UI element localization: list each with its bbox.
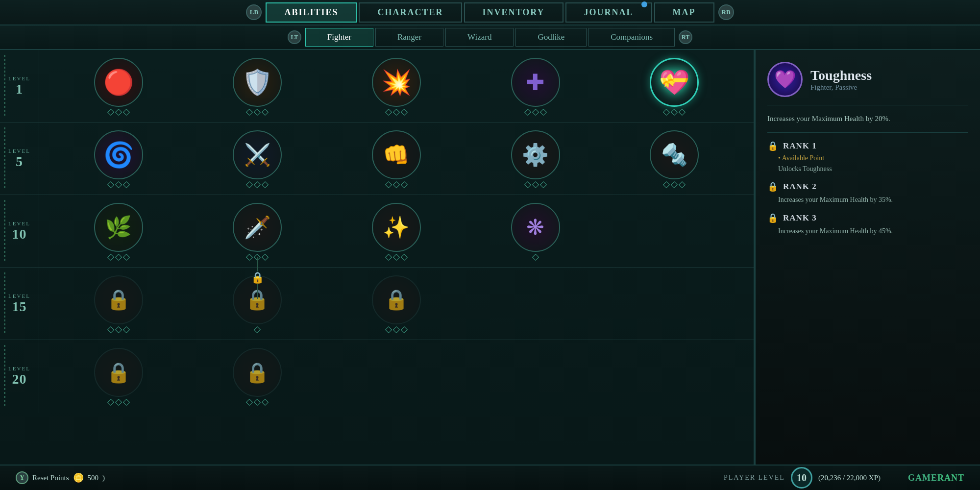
ability-icon-r2c4[interactable]: ⚙️ [511,130,560,179]
ability-icon-r4c3[interactable]: 🔒 [372,275,421,324]
ability-icon-r1c1[interactable]: 🔴 [94,58,143,107]
ability-icon-r2c2[interactable]: ⚔️ [233,130,282,179]
level-number: 1 [16,81,23,97]
ability-name: Toughness [810,68,968,83]
tab-journal[interactable]: JOURNAL [565,2,652,23]
ability-icon-r3c4[interactable]: ❋ [511,203,560,252]
level-row-10: LEVEL 10 🌿 🗡️ [0,195,754,268]
ability-icon-r1c4[interactable]: ✚ [511,58,560,107]
level-text: LEVEL [8,293,30,299]
abilities-grid-20: 🔒 🔒 [39,348,754,405]
ability-icon-r3c3[interactable]: ✨ [372,203,421,252]
sub-tab-godlike[interactable]: Godlike [515,28,587,47]
ability-dots [386,255,407,260]
notif-dot [641,1,647,7]
ability-dots [664,110,685,115]
ability-slot: ✚ [511,58,560,115]
ability-subtitle: Fighter, Passive [810,83,968,92]
ability-slot: 🔒 [94,348,143,405]
rank-dot [115,399,122,406]
ability-icon-r5c2[interactable]: 🔒 [233,348,282,397]
y-button-icon: Y [16,471,28,484]
level-row-15: LEVEL 15 🔒 🔒 [0,268,754,340]
rank-title: RANK 2 [783,182,817,192]
sub-tab-fighter[interactable]: Fighter [305,28,373,47]
coin-amount: 500 [88,474,99,482]
level-text: LEVEL [8,366,30,371]
ability-icon-r3c1[interactable]: 🌿 [94,203,143,252]
ability-portrait: 💜 [767,62,803,97]
ability-dots [108,400,129,405]
rank-dot [123,181,130,188]
available-point-text: • Available Point [778,154,968,162]
abilities-grid-15: 🔒 🔒 [39,275,754,332]
ability-dots [247,182,268,187]
ability-dots [247,400,268,405]
rank-dot [123,399,130,406]
ability-portrait-icon: 💜 [774,69,796,90]
lb-button[interactable]: LB [246,4,262,20]
rb-button[interactable]: RB [718,4,734,20]
reset-points-button[interactable]: Y Reset Points 🪙 500 ) [16,471,105,484]
rank-header: 🔒 RANK 3 [767,213,968,223]
abilities-grid-10: 🌿 🗡️ [39,203,754,260]
ability-slot: ✨ [372,203,421,260]
level-row-20: LEVEL 20 🔒 🔒 [0,340,754,413]
sub-tab-companions[interactable]: Companions [588,28,675,47]
level-text: LEVEL [8,220,30,226]
rank-dot [107,253,114,260]
gamerant-text: GAMERANT [908,473,964,483]
rank-dot [246,181,253,188]
ability-icon-r2c3[interactable]: 👊 [372,130,421,179]
sub-tab-ranger[interactable]: Ranger [375,28,443,47]
ability-dots [525,182,546,187]
xp-text: (20,236 / 22,000 XP) [818,474,881,482]
reset-label: Reset Points [32,474,69,482]
ability-icon-r2c1[interactable]: 🌀 [94,130,143,179]
ability-dots [386,182,407,187]
abilities-panel: LEVEL 1 🔴 🛡️ [0,50,755,465]
rank-title: RANK 1 [783,141,817,151]
ability-icon-r4c1[interactable]: 🔒 [94,275,143,324]
rank-dot [540,181,547,188]
ability-dots [533,255,538,260]
sub-tab-wizard[interactable]: Wizard [445,28,514,47]
rank-lock-icon: 🔒 [767,213,778,223]
top-nav: LB ABILITIES CHARACTER INVENTORY JOURNAL… [0,0,980,25]
rank-dot [385,181,392,188]
rank-dot [401,326,408,333]
tab-map[interactable]: MAP [654,2,714,23]
ability-icon-r1c5[interactable]: 💝 [650,58,699,107]
ability-slot: 🔴 [94,58,143,115]
level-number: 15 [12,299,27,315]
rank-desc: Increases your Maximum Health by 35%. [778,195,968,205]
rank-dot [401,253,408,260]
level-row-1: LEVEL 1 🔴 🛡️ [0,50,754,122]
ability-icon-r1c2[interactable]: 🛡️ [233,58,282,107]
ability-dots [664,182,685,187]
rank-dot [671,181,678,188]
ability-dots [255,327,260,332]
ability-icon-r2c5[interactable]: 🔩 [650,130,699,179]
rank-dot [393,253,400,260]
ability-dots [386,327,407,332]
ability-icon-r1c3[interactable]: 💥 [372,58,421,107]
ability-slot: 🌿 [94,203,143,260]
rank-dot [246,108,253,115]
rank-dot [401,108,408,115]
rank-desc: Unlocks Toughness [778,164,968,174]
tab-inventory[interactable]: INVENTORY [464,2,564,23]
lt-button[interactable]: LT [288,30,301,44]
ability-description: Increases your Maximum Health by 20%. [767,113,968,133]
sub-nav: LT Fighter Ranger Wizard Godlike Compani… [0,25,980,50]
level-number: 5 [16,154,23,170]
rank-dot [385,108,392,115]
rt-button[interactable]: RT [679,30,692,44]
rank-dot [107,108,114,115]
ability-icon-r3c2[interactable]: 🗡️ [233,203,282,252]
tab-character[interactable]: CHARACTER [359,2,462,23]
ability-icon-r5c1[interactable]: 🔒 [94,348,143,397]
rank-dot [262,181,269,188]
tab-abilities[interactable]: ABILITIES [266,2,357,23]
abilities-grid-1: 🔴 🛡️ [39,58,754,115]
